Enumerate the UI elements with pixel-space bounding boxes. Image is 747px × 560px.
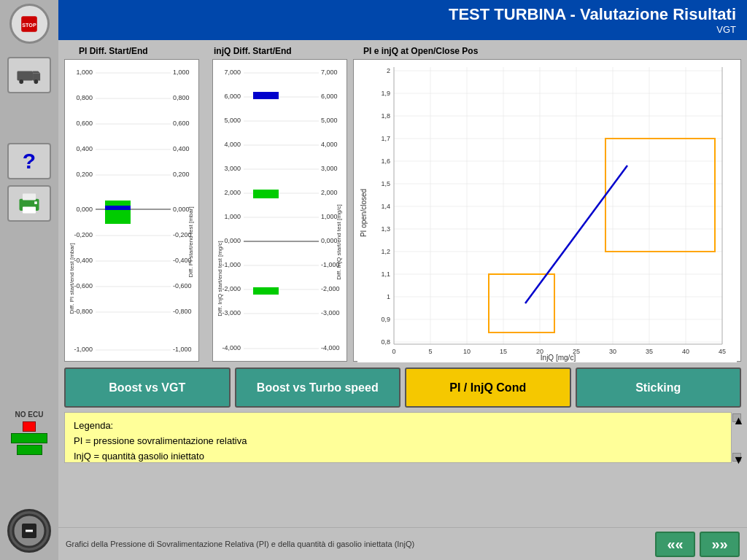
ecu-green-bar-2 xyxy=(17,445,42,455)
scroll-down-button[interactable]: ▼ xyxy=(732,453,741,462)
bottom-text: Grafici della Pressione di Sovralimentaz… xyxy=(66,540,655,548)
svg-marker-3 xyxy=(33,73,40,80)
svg-text:5,000: 5,000 xyxy=(321,117,338,124)
truck-button[interactable] xyxy=(7,57,51,93)
svg-text:1,6: 1,6 xyxy=(381,158,390,165)
bottom-bar: Grafici della Pressione di Sovralimentaz… xyxy=(58,527,747,560)
svg-text:0,9: 0,9 xyxy=(381,316,390,323)
svg-text:15: 15 xyxy=(500,348,507,355)
svg-text:-1,000: -1,000 xyxy=(222,261,241,268)
svg-text:-4,000: -4,000 xyxy=(321,344,340,351)
stop-button[interactable]: STOP xyxy=(9,4,50,44)
svg-text:2,000: 2,000 xyxy=(321,189,338,196)
ecu-bars xyxy=(1,421,57,455)
svg-text:0,400: 0,400 xyxy=(173,145,190,152)
svg-text:0,8: 0,8 xyxy=(381,338,390,346)
svg-text:-0,800: -0,800 xyxy=(74,308,93,315)
ecu-red-indicator xyxy=(23,421,36,432)
svg-point-6 xyxy=(34,79,38,84)
svg-text:3,000: 3,000 xyxy=(224,165,241,172)
bar-chart-1: 1,000 0,800 0,600 0,400 0,200 0,000 -0,2… xyxy=(64,59,199,362)
svg-text:-0,600: -0,600 xyxy=(173,282,192,289)
chart-label-1: PI Diff. Start/End xyxy=(79,46,206,56)
svg-rect-95 xyxy=(357,60,737,362)
chart-labels-row: PI Diff. Start/End injQ Diff. Start/End … xyxy=(64,46,741,56)
svg-text:4,000: 4,000 xyxy=(224,141,241,148)
svg-text:4,000: 4,000 xyxy=(321,141,338,148)
svg-text:Diff. InjQ start/end test [mg/: Diff. InjQ start/end test [mg/c] xyxy=(336,204,342,279)
svg-text:1,4: 1,4 xyxy=(381,203,390,210)
svg-text:5: 5 xyxy=(428,348,432,355)
sticking-button[interactable]: Sticking xyxy=(576,368,742,408)
svg-rect-2 xyxy=(17,71,33,81)
bar-chart-2: 7,000 6,000 5,000 4,000 3,000 2,000 1,00… xyxy=(212,59,347,362)
boost-turbo-button[interactable]: Boost vs Turbo speed xyxy=(235,368,401,408)
legend-scrollbar[interactable]: ▲ ▼ xyxy=(731,412,741,463)
svg-text:0,800: 0,800 xyxy=(173,94,190,101)
svg-text:20: 20 xyxy=(536,348,543,355)
svg-text:1,5: 1,5 xyxy=(381,180,390,187)
svg-text:-3,000: -3,000 xyxy=(321,309,340,316)
svg-text:1,000: 1,000 xyxy=(224,213,241,220)
svg-text:-0,400: -0,400 xyxy=(74,257,93,264)
svg-text:0,600: 0,600 xyxy=(76,120,93,127)
svg-text:0: 0 xyxy=(392,348,395,355)
prev-button[interactable]: «« xyxy=(655,532,695,557)
svg-text:0,200: 0,200 xyxy=(173,171,190,178)
svg-rect-90 xyxy=(253,92,279,99)
svg-text:2: 2 xyxy=(387,67,390,74)
charts-row: 1,000 0,800 0,600 0,400 0,200 0,000 -0,2… xyxy=(64,59,741,362)
next-button[interactable]: »» xyxy=(700,532,740,557)
svg-text:25: 25 xyxy=(573,348,580,355)
stop-bottom-button[interactable] xyxy=(7,509,51,553)
svg-text:1,000: 1,000 xyxy=(76,69,93,76)
svg-marker-4 xyxy=(33,71,40,74)
svg-text:1,9: 1,9 xyxy=(381,90,390,97)
ecu-green-bar-1 xyxy=(11,433,47,443)
bar-chart-1-svg: 1,000 0,800 0,600 0,400 0,200 0,000 -0,2… xyxy=(65,60,199,362)
scroll-up-button[interactable]: ▲ xyxy=(732,413,741,422)
svg-point-5 xyxy=(19,79,23,84)
svg-text:0,200: 0,200 xyxy=(76,171,93,178)
stop-icon: STOP xyxy=(16,11,42,37)
svg-text:Diff. PI start/end test [mbar]: Diff. PI start/end test [mbar] xyxy=(187,206,194,277)
svg-text:40: 40 xyxy=(682,348,689,355)
chart-label-3: PI e injQ at Open/Close Pos xyxy=(363,46,478,56)
svg-text:6,000: 6,000 xyxy=(224,93,241,100)
svg-text:-4,000: -4,000 xyxy=(222,344,241,351)
help-button[interactable]: ? xyxy=(7,143,51,179)
svg-text:3,000: 3,000 xyxy=(321,165,338,172)
svg-text:35: 35 xyxy=(646,348,653,355)
legend-wrapper: Legenda: PI = pressione sovralimentazion… xyxy=(64,412,741,463)
no-ecu-label: NO ECU xyxy=(1,411,57,419)
svg-text:0,800: 0,800 xyxy=(76,94,93,101)
sidebar: STOP ? xyxy=(0,0,58,560)
svg-text:45: 45 xyxy=(719,348,726,355)
svg-text:7,000: 7,000 xyxy=(224,69,241,76)
print-button[interactable] xyxy=(7,185,51,222)
nav-buttons: «« »» xyxy=(655,532,740,557)
boost-vgt-button[interactable]: Boost vs VGT xyxy=(64,368,231,408)
svg-text:6,000: 6,000 xyxy=(321,93,338,100)
svg-rect-8 xyxy=(23,194,36,201)
svg-text:2,000: 2,000 xyxy=(224,189,241,196)
svg-text:5,000: 5,000 xyxy=(224,117,241,124)
no-ecu-panel: NO ECU xyxy=(0,408,58,458)
main-content: PI Diff. Start/End injQ Diff. Start/End … xyxy=(58,40,747,560)
legend-title: Legenda: xyxy=(74,419,732,434)
svg-text:-1,000: -1,000 xyxy=(74,346,93,353)
print-icon xyxy=(16,190,42,217)
main-chart-svg: PI open/closed InjQ [mg/c] xyxy=(354,60,740,362)
header: TEST TURBINA - Valutazione Risultati VGT xyxy=(58,0,747,40)
svg-text:0,400: 0,400 xyxy=(76,145,93,152)
svg-text:1,8: 1,8 xyxy=(381,112,390,120)
legend-line-1: PI = pressione sovralimentazione relativ… xyxy=(74,434,732,449)
svg-text:0,000: 0,000 xyxy=(224,237,241,244)
pi-injq-button[interactable]: PI / InjQ Cond xyxy=(405,368,571,408)
svg-text:-1,000: -1,000 xyxy=(173,346,192,353)
svg-rect-10 xyxy=(34,201,37,204)
svg-text:0,600: 0,600 xyxy=(173,120,190,127)
chart-label-2: injQ Diff. Start/End xyxy=(214,46,341,56)
svg-text:-0,200: -0,200 xyxy=(74,231,93,238)
svg-text:30: 30 xyxy=(609,348,616,355)
